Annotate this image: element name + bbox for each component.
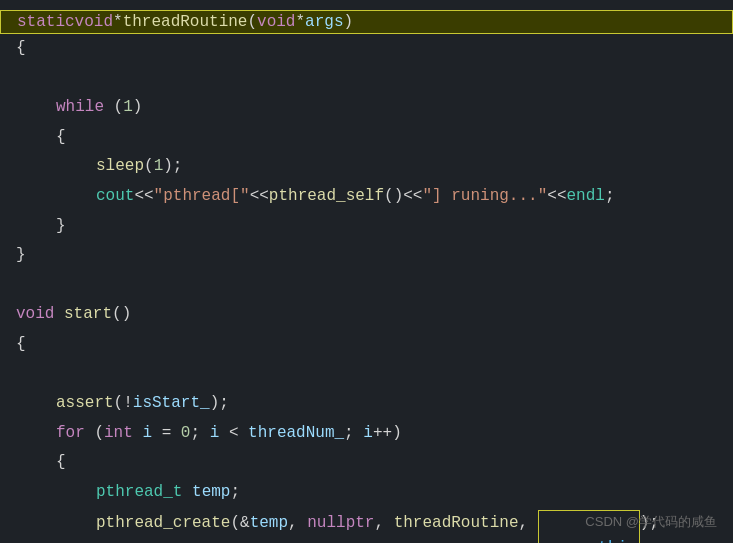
code-line-14: assert (! isStart_ ); [0,389,733,419]
keyword-void3: void [16,302,54,328]
code-line-7: cout << "pthread[" << pthread_self () <<… [0,182,733,212]
brace-close: } [56,214,66,240]
endl: endl [566,184,604,210]
var-i2: i [210,421,220,447]
code-line-3 [0,64,733,94]
var-temp: temp [192,480,230,506]
param-args: args [305,13,343,31]
func-threadroutine2: threadRoutine [394,511,519,537]
paren-open: (& [230,511,249,537]
code-line-13 [0,360,733,390]
lt: < [219,421,248,447]
comma2: , [374,511,393,537]
keyword-void: void [75,13,113,31]
paren-semi: ); [163,154,182,180]
keyword-static: static [17,13,75,31]
watermark: CSDN @学代码的咸鱼 [585,513,717,531]
paren-semi: ); [210,391,229,417]
var-i3: i [363,421,373,447]
code-line-6: sleep ( 1 ); [0,152,733,182]
keyword-this: this [598,539,636,543]
func-pthread-create: pthread_create [96,511,230,537]
comma3: , [518,511,537,537]
parens: () [112,302,131,328]
op4: << [547,184,566,210]
space: ( [85,421,104,447]
number-1: 1 [154,154,164,180]
func-threadRoutine: threadRoutine [123,13,248,31]
type-pthread-t: pthread_t [96,480,182,506]
paren-open: ( [247,13,257,31]
semi2: ; [344,421,363,447]
var-temp2: temp [250,511,288,537]
brace: { [56,125,66,151]
brace-close2: } [16,243,26,269]
func-assert: assert [56,391,114,417]
code-line-2: { [0,34,733,64]
brace-open: { [16,36,26,62]
func-start: start [64,302,112,328]
var-isstart: isStart_ [133,391,210,417]
code-line-12: { [0,330,733,360]
func-pthread-self: pthread_self [269,184,384,210]
string2: "] runing..." [422,184,547,210]
space2 [133,421,143,447]
semi: ; [605,184,615,210]
number-1: 1 [123,95,133,121]
parens: () [384,184,403,210]
paren-open: (! [114,391,133,417]
code-line-4: while ( 1 ) [0,93,733,123]
incr: ++) [373,421,402,447]
code-line-17: pthread_t temp ; [0,478,733,508]
keyword-int: int [104,421,133,447]
code-line-11: void start () [0,300,733,330]
assign: = [152,421,181,447]
code-line-8: } [0,212,733,242]
brace-open2: { [16,332,26,358]
keyword-void2: void [257,13,295,31]
code-line-5: { [0,123,733,153]
op2: << [250,184,269,210]
num-0: 0 [181,421,191,447]
keyword-while: while [56,95,104,121]
op: << [134,184,153,210]
func-sleep: sleep [96,154,144,180]
var-i: i [142,421,152,447]
code-line-10 [0,271,733,301]
paren: ( [144,154,154,180]
paren: ) [133,95,143,121]
code-line-15: for ( int i = 0 ; i < threadNum_ ; i ++) [0,419,733,449]
space [182,480,192,506]
comma1: , [288,511,307,537]
semi1: ; [190,421,209,447]
cout: cout [96,184,134,210]
space: ( [104,95,123,121]
semi: ; [230,480,240,506]
space [54,302,64,328]
brace-open3: { [56,450,66,476]
space: * [113,13,123,31]
code-line-9: } [0,241,733,271]
code-line-16: { [0,448,733,478]
string1: "pthread[" [154,184,250,210]
paren-close: ) [343,13,353,31]
keyword-nullptr: nullptr [307,511,374,537]
op3: << [403,184,422,210]
keyword-for: for [56,421,85,447]
code-line-1: static void * threadRoutine ( void * arg… [0,10,733,34]
space2: * [295,13,305,31]
var-threadnum: threadNum_ [248,421,344,447]
code-container: static void * threadRoutine ( void * arg… [0,0,733,543]
